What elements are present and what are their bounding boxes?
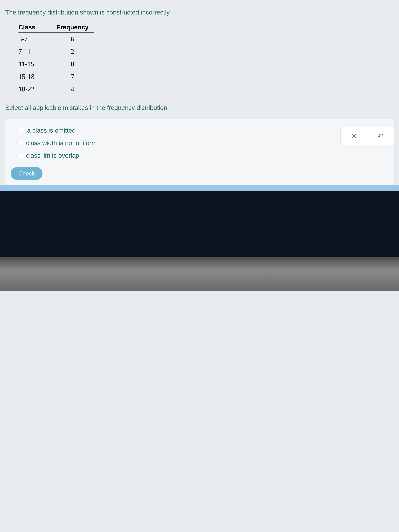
option-label: a class is omitted: [27, 127, 76, 134]
progress-bar: [0, 185, 399, 191]
checkbox-icon[interactable]: [19, 153, 23, 158]
option-label: class limits overlap: [26, 152, 79, 159]
cell-class: 15-18: [19, 70, 41, 83]
option-class-limits-overlap[interactable]: class limits overlap: [19, 152, 388, 159]
answer-panel: ✕ ↶ a class is omitted class width is no…: [5, 119, 394, 185]
table-row: 7-11 2: [19, 45, 94, 58]
cell-class: 11-15: [19, 58, 41, 70]
table-row: 3-7 6: [19, 33, 94, 45]
table-row: 18-22 4: [19, 83, 94, 95]
table-header-frequency: Frequency: [41, 22, 94, 33]
option-label: class width is not uniform: [26, 139, 97, 147]
question-prompt: The frequency distribution shown is cons…: [5, 8, 394, 17]
cell-frequency: 4: [41, 83, 94, 95]
reset-button[interactable]: ↶: [367, 127, 394, 145]
laptop-frame: [0, 257, 399, 291]
cell-class: 7-11: [19, 45, 41, 58]
undo-icon: ↶: [377, 132, 384, 140]
option-a-class-is-omitted[interactable]: a class is omitted: [19, 127, 388, 134]
table-row: 11-15 8: [19, 58, 94, 70]
x-icon: ✕: [351, 132, 357, 140]
cell-frequency: 6: [41, 33, 94, 45]
options-list: a class is omitted class width is not un…: [19, 127, 388, 159]
cell-frequency: 8: [41, 58, 94, 70]
cell-frequency: 7: [41, 70, 94, 83]
option-class-width-not-uniform[interactable]: class width is not uniform: [19, 139, 388, 147]
clear-button[interactable]: ✕: [341, 127, 367, 145]
checkbox-icon[interactable]: [19, 128, 24, 133]
screen-bezel: [0, 191, 399, 257]
answer-toolbar: ✕ ↶: [341, 127, 394, 145]
cell-class: 3-7: [19, 33, 41, 45]
cell-class: 18-22: [19, 83, 41, 95]
frequency-table: Class Frequency 3-7 6 7-11 2 11-15 8 15-…: [19, 22, 94, 95]
cell-frequency: 2: [41, 45, 94, 58]
instruction-text: Select all applicable mistakes in the fr…: [5, 103, 394, 112]
table-row: 15-18 7: [19, 70, 94, 83]
checkbox-icon[interactable]: [19, 141, 23, 146]
check-button[interactable]: Check: [11, 167, 43, 180]
table-header-class: Class: [19, 22, 41, 33]
